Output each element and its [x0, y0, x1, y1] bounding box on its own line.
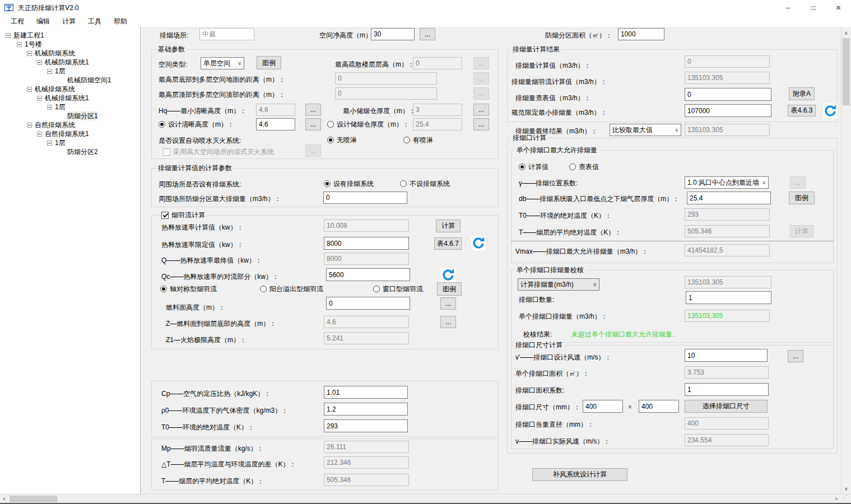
db-input[interactable] [687, 192, 771, 204]
z-more-button[interactable]: ... [440, 316, 456, 328]
collapse-icon[interactable] [17, 42, 22, 47]
tree-item-nat-paiyan-1[interactable]: 自然排烟系统1 [37, 129, 89, 138]
tree-item-mech-space-1[interactable]: 机械防烟空间1 [67, 76, 111, 85]
qc-input[interactable] [326, 268, 410, 281]
collapse-icon[interactable] [47, 69, 52, 74]
around-max-input[interactable] [323, 192, 407, 204]
plume-checkbox[interactable]: 烟羽流计算 [159, 211, 207, 219]
clear-height-input[interactable] [371, 28, 415, 40]
clear-height-more-button[interactable]: ... [420, 28, 435, 40]
refresh-icon[interactable] [441, 268, 455, 282]
radio-off-icon [373, 286, 380, 292]
collapse-icon[interactable] [37, 132, 42, 137]
vent-calc-value-radio[interactable]: 计算值 [519, 163, 548, 171]
fuel-height-more-button[interactable]: ... [440, 297, 456, 310]
close-button[interactable]: ✕ [826, 0, 851, 16]
space-type-legend-button[interactable]: 图例 [257, 56, 281, 69]
choose-vent-size-button[interactable]: 选择排烟口尺寸 [685, 400, 768, 413]
tree-item-mech-paiyan[interactable]: 机械排烟系统 [27, 85, 75, 94]
design-clear-radio[interactable]: 设计清晰高度（m）： [159, 120, 234, 128]
collapse-icon[interactable] [6, 33, 11, 38]
tree-item-zone-1[interactable]: 防烟分区1 [67, 111, 98, 120]
vent-table-value-radio[interactable]: 查表值 [569, 163, 599, 171]
collapse-icon[interactable] [47, 141, 52, 146]
design-speed-input[interactable] [685, 349, 768, 362]
design-store-more-button[interactable]: ... [473, 118, 489, 130]
db-label: db——排烟系统吸入口最低点之下烟气层厚度（m）： [519, 195, 680, 203]
min-store-more-button[interactable]: ... [473, 104, 489, 116]
design-speed-more-button[interactable]: ... [788, 350, 803, 362]
tree-item-floor-1b[interactable]: 1层 [47, 102, 66, 111]
refresh-icon[interactable] [823, 104, 838, 118]
check-mode-select[interactable]: 计算排烟量(m3/h)∨ [518, 278, 599, 291]
design-clear-input[interactable] [256, 118, 295, 130]
table-467-button[interactable]: 表4.6.7 [434, 237, 462, 250]
q-final-input [324, 253, 409, 265]
hq-more-button[interactable]: ... [305, 104, 321, 116]
collapse-icon[interactable] [37, 96, 42, 101]
menu-project[interactable]: 工程 [4, 16, 30, 27]
axis-plume-radio[interactable]: 轴对称型烟羽流 [160, 285, 217, 293]
cp-input[interactable] [324, 386, 408, 399]
tree-item-mech-fangyan[interactable]: 机械防烟系统 [27, 49, 75, 58]
fuel-height-input[interactable] [326, 297, 410, 310]
collapse-icon[interactable] [47, 105, 52, 110]
collapse-icon[interactable] [27, 51, 32, 56]
collapse-icon[interactable] [37, 60, 42, 65]
minimize-button[interactable]: ─ [775, 0, 801, 16]
tree-item-floor-1c[interactable]: 1层 [47, 138, 66, 147]
plume-legend-button[interactable]: 图例 [437, 282, 462, 296]
makeup-air-button[interactable]: 补风系统设计计算 [532, 468, 627, 481]
resize-grip-icon[interactable]: ⋰ [843, 495, 850, 502]
refresh-icon[interactable] [471, 236, 486, 250]
db-legend-button[interactable]: 图例 [789, 192, 815, 204]
horizontal-scrollbar-thumb[interactable] [10, 496, 57, 502]
tree-item-project[interactable]: 新建工程1 [6, 31, 44, 40]
around-no-radio[interactable]: 不设排烟系统 [400, 180, 450, 188]
menu-calculate[interactable]: 计算 [56, 16, 82, 27]
tree-item-floor-1[interactable]: 1层 [47, 67, 66, 76]
hrr-calc-button[interactable]: 计算 [436, 220, 461, 232]
result-min-input[interactable] [685, 104, 771, 117]
rho-input[interactable] [324, 403, 408, 416]
balcony-plume-radio[interactable]: 阳台溢出型烟羽流 [260, 285, 323, 293]
vent-height-input[interactable] [639, 400, 679, 413]
table-463-button[interactable]: 表4.6.3 [788, 105, 816, 116]
menu-edit[interactable]: 编辑 [30, 16, 56, 27]
around-yes-radio[interactable]: 设有排烟系统 [324, 180, 374, 188]
scroll-right-icon[interactable]: > [835, 496, 838, 502]
scroll-left-icon[interactable]: < [3, 496, 6, 502]
area-coef-input[interactable] [685, 383, 769, 396]
collapse-icon[interactable] [27, 87, 32, 92]
horizontal-scrollbar[interactable]: < > [0, 494, 851, 503]
rho-label: ρ0——环境温度下的气体密度（kg/m3）： [161, 407, 288, 415]
window-plume-radio[interactable]: 窗口型烟羽流 [373, 285, 423, 293]
gamma-select[interactable]: 1.0:风口中心点到最近墙∨ [685, 176, 769, 189]
tree-item-zone-2[interactable]: 防烟分区2 [67, 147, 98, 156]
vertical-scrollbar[interactable]: ∧ ∨ [841, 27, 851, 494]
tree-item-nat-paiyan[interactable]: 自然排烟系统 [27, 120, 75, 129]
vent-count-input[interactable] [686, 291, 771, 304]
t0-input[interactable] [324, 419, 408, 432]
scroll-up-icon[interactable]: ∧ [844, 30, 848, 36]
tree-item-mech-paiyan-1[interactable]: 机械排烟系统1 [37, 94, 89, 102]
menu-help[interactable]: 帮助 [108, 16, 133, 27]
result-table-input[interactable] [685, 88, 771, 101]
design-clear-more-button[interactable]: ... [305, 118, 321, 130]
collapse-icon[interactable] [27, 123, 32, 128]
vertical-scrollbar-thumb[interactable] [843, 38, 850, 105]
appendix-a-button[interactable]: 附录A [789, 87, 815, 100]
scroll-down-icon[interactable]: ∨ [844, 486, 848, 492]
tree-item-mech-fangyan-1[interactable]: 机械防烟系统1 [37, 58, 89, 67]
menu-tools[interactable]: 工具 [82, 16, 108, 27]
result-final-mode-select[interactable]: 比较取最大值∨ [610, 124, 681, 136]
no-sprinkler-radio[interactable]: 无喷淋 [327, 136, 357, 144]
maximize-button[interactable]: □ [801, 0, 826, 16]
tree-item-building[interactable]: 1号楼 [17, 40, 42, 49]
zone-area-input[interactable] [618, 28, 664, 40]
space-type-select[interactable]: 单层空间∨ [201, 57, 244, 69]
hrr-limit-input[interactable] [324, 237, 409, 250]
vent-width-input[interactable] [583, 400, 623, 413]
design-store-radio[interactable]: 设计储烟仓厚度（m）： [327, 120, 410, 128]
has-sprinkler-radio[interactable]: 有喷淋 [403, 136, 433, 144]
